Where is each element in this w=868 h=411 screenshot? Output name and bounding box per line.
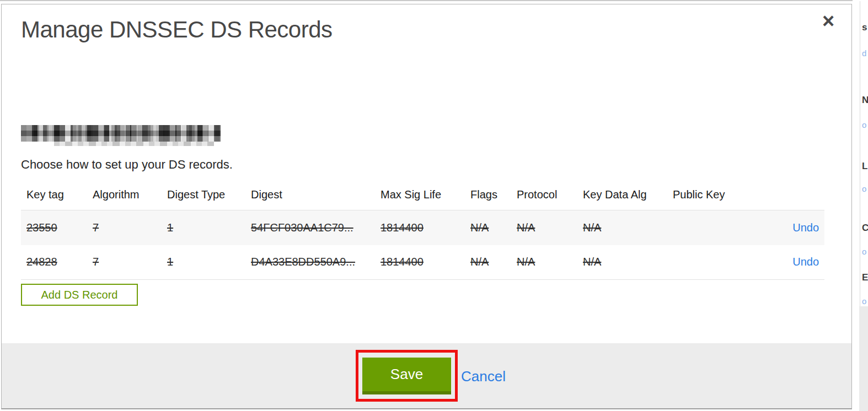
cell-algorithm: 7 — [87, 245, 162, 280]
undo-link[interactable]: Undo — [792, 256, 819, 268]
screenshot-canvas: s d N o L o C o E o P Manage DNSSEC DS R… — [0, 0, 868, 411]
background-link-fragment: o — [862, 184, 866, 193]
col-header-actions — [780, 181, 824, 210]
cell-key-tag: 23550 — [21, 210, 87, 245]
undo-link[interactable]: Undo — [792, 221, 819, 234]
background-page-divider — [860, 1, 860, 306]
background-text-fragment: s — [862, 22, 867, 33]
add-ds-record-button[interactable]: Add DS Record — [21, 284, 138, 306]
col-header-digest: Digest — [245, 181, 375, 210]
manage-dnssec-modal: Manage DNSSEC DS Records × Choose how to… — [1, 4, 852, 409]
background-text-fragment: L — [862, 161, 867, 172]
cell-public-key — [667, 245, 780, 280]
col-header-digest-type: Digest Type — [162, 181, 245, 210]
col-header-protocol: Protocol — [511, 181, 577, 210]
cell-flags: N/A — [465, 245, 511, 280]
background-link-fragment: d — [862, 48, 866, 58]
cell-key-tag: 24828 — [21, 245, 87, 280]
modal-footer: Save Cancel — [2, 343, 851, 408]
background-page-gray-area — [859, 306, 868, 411]
background-text-fragment: N — [862, 95, 868, 106]
cancel-link[interactable]: Cancel — [461, 368, 506, 385]
save-button[interactable]: Save — [362, 358, 451, 394]
cell-protocol: N/A — [511, 245, 577, 280]
col-header-key-tag: Key tag — [21, 181, 87, 210]
modal-subtitle: Choose how to set up your DS records. — [21, 158, 233, 172]
cell-public-key — [667, 210, 780, 245]
red-highlight-annotation: Save — [356, 350, 458, 402]
cell-key-data-alg: N/A — [577, 210, 667, 245]
col-header-algorithm: Algorithm — [87, 181, 162, 210]
ds-records-table: Key tag Algorithm Digest Type Digest Max… — [21, 181, 824, 280]
table-row: 24828 7 1 D4A33E8DD550A9... 1814400 N/A … — [21, 245, 824, 280]
table-header-row: Key tag Algorithm Digest Type Digest Max… — [21, 181, 824, 210]
cell-max-sig-life: 1814400 — [375, 245, 465, 280]
col-header-flags: Flags — [465, 181, 511, 210]
background-page-strip: s d N o L o C o E o P — [853, 0, 868, 411]
background-link-fragment: o — [862, 247, 866, 256]
cell-digest-type: 1 — [162, 245, 245, 280]
cell-algorithm: 7 — [87, 210, 162, 245]
cell-flags: N/A — [465, 210, 511, 245]
cell-digest: 54FCF030AA1C79... — [245, 210, 375, 245]
cell-protocol: N/A — [511, 210, 577, 245]
background-link-fragment: o — [862, 296, 866, 306]
cell-digest-type: 1 — [162, 210, 245, 245]
table-row: 23550 7 1 54FCF030AA1C79... 1814400 N/A … — [21, 210, 824, 245]
col-header-key-data-alg: Key Data Alg — [577, 181, 667, 210]
col-header-public-key: Public Key — [667, 181, 780, 210]
modal-title: Manage DNSSEC DS Records — [21, 17, 333, 43]
background-text-fragment: C — [862, 223, 868, 234]
cell-digest: D4A33E8DD550A9... — [245, 245, 375, 280]
col-header-max-sig-life: Max Sig Life — [375, 181, 465, 210]
window-top-edge — [0, 0, 868, 1]
cell-max-sig-life: 1814400 — [375, 210, 465, 245]
background-text-fragment: E — [862, 272, 868, 283]
close-icon[interactable]: × — [818, 10, 838, 32]
redacted-domain-name — [21, 125, 221, 142]
background-link-fragment: o — [862, 120, 866, 129]
cell-key-data-alg: N/A — [577, 245, 667, 280]
